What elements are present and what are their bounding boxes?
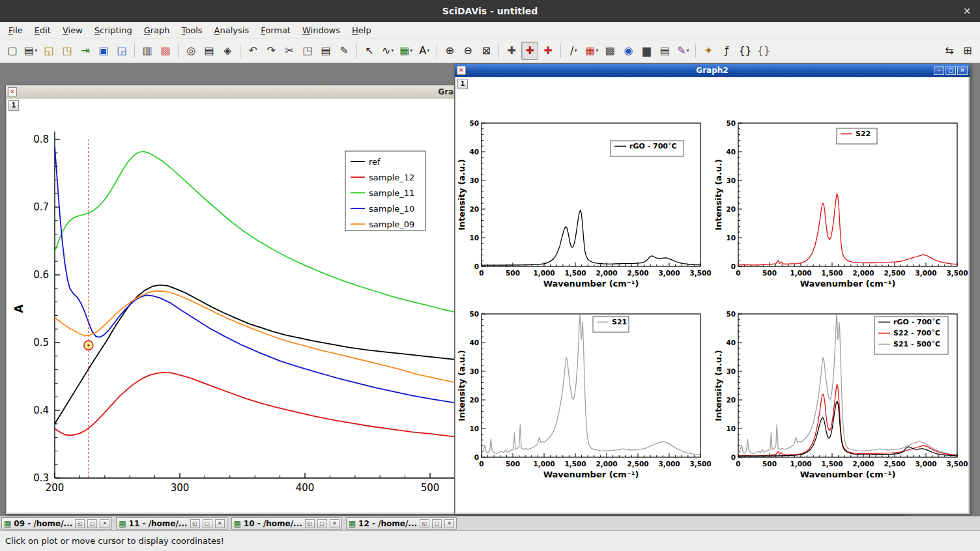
curve-style-button[interactable]: ✎▾ (674, 42, 691, 60)
color-map-button[interactable]: ▦▾ (583, 42, 600, 60)
menu-view[interactable]: View (57, 22, 89, 38)
tab-close-button[interactable]: ✕ (215, 519, 225, 528)
add-column-button[interactable]: ⊞ (959, 42, 976, 60)
menu-format[interactable]: Format (255, 22, 296, 38)
copy-button[interactable]: ◳ (299, 42, 316, 60)
tab-maximize-button[interactable]: □ (203, 519, 212, 528)
import-ascii-button[interactable]: ⇥ (77, 42, 94, 60)
open-project-button[interactable]: ◱ (40, 42, 57, 60)
script-window-button[interactable]: {} (736, 42, 753, 60)
new-project-button[interactable]: ▢ (4, 42, 21, 60)
screen-reader-button[interactable]: ✚ (540, 42, 556, 60)
menu-analysis[interactable]: Analysis (209, 22, 255, 38)
plot-3d-button[interactable]: ◉ (620, 42, 637, 60)
app-close-button[interactable]: ✕ (963, 0, 971, 22)
taskbar-tab-2[interactable]: ▦11 - /home/...◱□✕ (116, 517, 227, 530)
scidavis-app: SciDAVis - untitled ✕ FileEditViewScript… (0, 0, 980, 551)
y-axis-title: Intensity (a.u.) (713, 350, 723, 421)
fit-function-button[interactable]: ƒ (718, 42, 735, 60)
graph1-legend[interactable]: refsample_12sample_11sample_10sample_09 (345, 151, 425, 231)
menu-edit[interactable]: Edit (29, 22, 57, 38)
plot-matrix-button[interactable]: ▤ (656, 42, 673, 60)
panel-legend[interactable]: rGO - 700˚C (611, 141, 684, 156)
cut-button[interactable]: ✂ (281, 42, 298, 60)
graph2-canvas[interactable]: 05001,0001,5002,0002,5003,0003,500010203… (456, 78, 968, 513)
data-reader-icon: ✚ (526, 44, 534, 57)
evaluate-button[interactable]: {} (755, 42, 772, 60)
draw-line-icon: ∕ (570, 44, 573, 57)
print-button[interactable]: ▥ (139, 42, 156, 60)
lock-toolbars-button[interactable]: ◈ (219, 42, 236, 60)
paste-button[interactable]: ▤ (317, 42, 334, 60)
graph2-titlebar[interactable]: ✕ Graph2 – ◻ ✕ (455, 64, 970, 77)
taskbar-tab-3[interactable]: ▦10 - /home/...◱□✕ (231, 517, 342, 530)
panel-legend[interactable]: S21 (593, 317, 629, 332)
zoom-in-button[interactable]: ⊕ (441, 42, 458, 60)
add-text-button[interactable]: A▾ (416, 42, 433, 60)
save-template-button[interactable]: ◲ (113, 42, 130, 60)
save-project-button[interactable]: ▣ (95, 42, 112, 60)
svg-text:3,500: 3,500 (689, 269, 711, 277)
tab-close-button[interactable]: ✕ (100, 519, 109, 528)
cut-icon: ✂ (285, 44, 293, 57)
project-explorer-button[interactable]: ◎ (182, 42, 199, 60)
undo-button[interactable]: ↶ (244, 42, 261, 60)
menu-tools[interactable]: Tools (176, 22, 209, 38)
new-aspect-button[interactable]: ▤▾ (22, 42, 39, 60)
move-data-points-button[interactable]: ✚ (503, 42, 520, 60)
taskbar-tab-1[interactable]: ▦09 - /home/...◱□✕ (1, 517, 112, 530)
x-axis-title: Wavenumber (cm⁻¹) (800, 470, 896, 479)
menu-graph[interactable]: Graph (138, 22, 176, 38)
select-curve-button[interactable]: ∿▾ (379, 42, 396, 60)
zoom-out-button[interactable]: ⊖ (459, 42, 476, 60)
tab-restore-button[interactable]: ◱ (75, 519, 85, 528)
zoom-out-icon: ⊖ (464, 44, 472, 57)
graph2-plot-svg[interactable]: 05001,0001,5002,0002,5003,0003,500010203… (456, 78, 968, 513)
duplicate-table-icon: ⇆ (945, 44, 953, 57)
svg-text:50: 50 (469, 119, 479, 127)
close-button[interactable]: ✕ (957, 66, 968, 75)
duplicate-table-button[interactable]: ⇆ (941, 42, 958, 60)
data-reader-button[interactable]: ✚ (521, 42, 538, 60)
redo-button[interactable]: ↷ (263, 42, 280, 60)
image-plot-button[interactable]: ▩ (601, 42, 618, 60)
minimize-button[interactable]: – (934, 66, 944, 75)
export-pdf-button[interactable]: ▨ (157, 42, 174, 60)
tab-maximize-button[interactable]: □ (87, 519, 97, 528)
app-titlebar[interactable]: SciDAVis - untitled ✕ (0, 0, 980, 22)
tab-restore-button[interactable]: ◱ (420, 519, 429, 528)
results-log-button[interactable]: ▤ (201, 42, 218, 60)
graph1-plot-svg[interactable]: 0.30.40.50.60.70.8200300400500Arefsample… (7, 99, 463, 513)
panel-legend[interactable]: S22 (837, 128, 877, 144)
graph2-layer-button[interactable]: 1 (457, 79, 468, 89)
tab-restore-button[interactable]: ◱ (190, 519, 200, 528)
add-layer-button[interactable]: ▦▾ (397, 42, 414, 60)
menu-help[interactable]: Help (346, 22, 377, 38)
open-template-button[interactable]: ◳ (59, 42, 76, 60)
tab-maximize-button[interactable]: □ (317, 519, 327, 528)
svg-text:0.6: 0.6 (33, 269, 49, 281)
tab-close-button[interactable]: ✕ (444, 519, 454, 528)
histogram-button[interactable]: ▆ (638, 42, 655, 60)
svg-text:20: 20 (726, 396, 736, 404)
menu-file[interactable]: File (3, 22, 29, 38)
graph2-window[interactable]: ✕ Graph2 – ◻ ✕ 1 05001,0001,5002,0002,50… (454, 63, 970, 515)
draw-line-button[interactable]: ∕▾ (565, 42, 582, 60)
menu-scripting[interactable]: Scripting (89, 22, 138, 38)
notes-button[interactable]: ✎ (336, 42, 353, 60)
svg-text:1,500: 1,500 (564, 460, 586, 468)
taskbar-tab-4[interactable]: ▦12 - /home/...◱□✕ (346, 517, 457, 530)
pointer-button[interactable]: ↖ (361, 42, 378, 60)
rescale-button[interactable]: ⊠ (478, 42, 495, 60)
tab-close-button[interactable]: ✕ (330, 519, 339, 528)
panel-legend[interactable]: rGO - 700˚CS22 - 700˚CS21 - 500˚C (874, 317, 948, 354)
tab-maximize-button[interactable]: □ (432, 519, 442, 528)
curve-sample_12 (55, 373, 455, 437)
menu-windows[interactable]: Windows (296, 22, 346, 38)
graph1-layer-button[interactable]: 1 (8, 100, 19, 111)
plot-wizard-button[interactable]: ✦ (700, 42, 717, 60)
restore-button[interactable]: ◻ (945, 66, 956, 75)
tab-restore-button[interactable]: ◱ (305, 519, 315, 528)
svg-text:1,000: 1,000 (790, 269, 811, 277)
curve-s22 (738, 384, 957, 456)
